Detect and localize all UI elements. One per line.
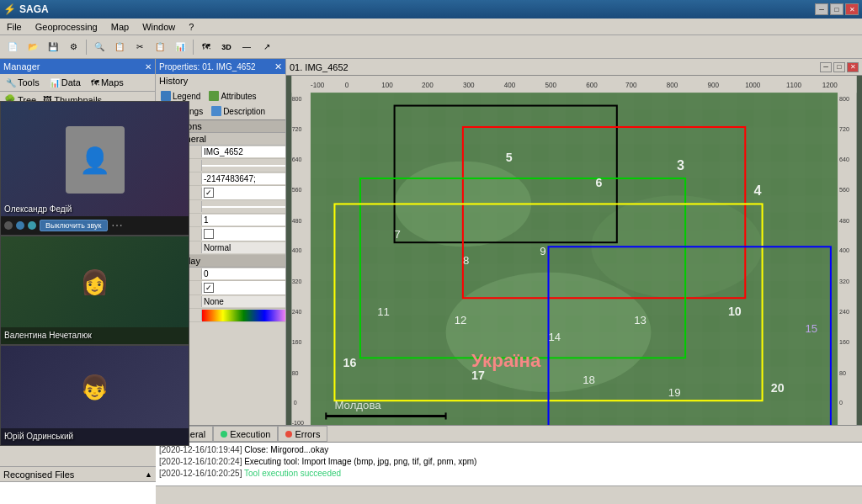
app-title: SAGA — [19, 3, 49, 15]
menu-map[interactable]: Map — [108, 22, 132, 32]
prop-val-show2[interactable] — [202, 227, 285, 241]
legend-icon — [161, 91, 171, 101]
execution-dot-icon — [221, 431, 227, 438]
svg-text:10: 10 — [728, 305, 742, 318]
svg-text:16: 16 — [343, 356, 357, 369]
close-button[interactable]: ✕ — [845, 3, 859, 15]
recognised-files-panel: Recognised Files ▲ — [0, 466, 156, 504]
svg-text:1200: 1200 — [822, 82, 838, 89]
svg-text:500: 500 — [545, 82, 556, 89]
manager-tab-maps-label: Maps — [101, 77, 124, 88]
prop-val-zfact[interactable]: 1 — [202, 215, 285, 225]
tab-description[interactable]: Description — [208, 104, 269, 118]
manager-tab-maps[interactable]: 🗺 Maps — [87, 76, 128, 89]
svg-text:400: 400 — [504, 82, 516, 89]
prop-val-interp: None — [202, 296, 285, 307]
svg-text:13: 13 — [634, 314, 646, 326]
tb-paste[interactable]: 📋 — [151, 38, 169, 56]
minimize-button[interactable]: ─ — [815, 3, 828, 15]
prop-val-descri[interactable] — [202, 165, 285, 167]
tb-map[interactable]: 🗺 — [197, 38, 216, 56]
checkbox-show1[interactable]: ✓ — [204, 188, 214, 198]
maximize-button[interactable]: □ — [830, 3, 843, 15]
video-panel-1: 👤 Олександр Федій Выключить звук ⋯ — [0, 101, 189, 236]
map-close-button[interactable]: ✕ — [847, 62, 859, 72]
svg-text:800: 800 — [292, 96, 302, 103]
properties-close-button[interactable]: ✕ — [274, 61, 282, 72]
menu-geoprocessing[interactable]: Geoprocessing — [32, 22, 101, 32]
description-icon — [211, 106, 221, 116]
tb-3d[interactable]: 3D — [217, 38, 236, 56]
status-text — [156, 486, 862, 504]
prop-val-transp[interactable]: 0 — [202, 268, 285, 279]
prop-val-show3[interactable]: ✓ — [202, 281, 285, 294]
log-text-3: Tool execution succeeded — [244, 469, 341, 478]
history-button[interactable]: History — [156, 74, 285, 88]
tb-cut[interactable]: ✂ — [130, 38, 149, 56]
svg-text:20: 20 — [771, 381, 785, 395]
manager-tab-data[interactable]: 📊 Data — [45, 76, 85, 89]
tb-save[interactable]: 💾 — [44, 38, 62, 56]
prop-val-unit[interactable] — [202, 206, 285, 208]
prop-val-name[interactable]: IMG_4652 — [202, 146, 285, 157]
menu-help[interactable]: ? — [185, 22, 197, 32]
more-options-1[interactable]: ⋯ — [111, 219, 123, 232]
svg-text:640: 640 — [292, 157, 302, 163]
map-title: 01. IMG_4652 — [290, 62, 349, 72]
tb-line[interactable]: — — [237, 38, 256, 56]
tb-arrow[interactable]: ↗ — [258, 38, 276, 56]
menu-window[interactable]: Window — [139, 22, 178, 32]
avatar-2: 👩 — [80, 268, 109, 296]
data-icon: 📊 — [50, 78, 60, 88]
svg-text:1100: 1100 — [786, 82, 802, 89]
svg-text:300: 300 — [463, 82, 475, 89]
manager-close-button[interactable]: ✕ — [145, 62, 152, 72]
prop-val-color[interactable] — [202, 310, 285, 321]
video-status-dot-1 — [4, 221, 13, 230]
log-tab-execution[interactable]: Execution — [213, 426, 278, 442]
tb-search[interactable]: 🔍 — [90, 38, 109, 56]
tb-chart[interactable]: 📊 — [171, 38, 189, 56]
svg-text:720: 720 — [839, 126, 849, 133]
manager-tab-tools[interactable]: 🔧 Tools — [2, 76, 44, 89]
checkbox-show3[interactable]: ✓ — [204, 283, 214, 293]
video-content-1: 👤 — [1, 102, 189, 218]
tb-open[interactable]: 📂 — [24, 38, 42, 56]
video-cam-dot-1 — [16, 221, 24, 230]
tb-new[interactable]: 📄 — [3, 38, 22, 56]
svg-text:400: 400 — [839, 247, 849, 254]
map-minimize-button[interactable]: ─ — [820, 62, 832, 72]
svg-text:18: 18 — [583, 374, 595, 386]
log-time-1: [2020-12-16/10:19:44] — [159, 445, 242, 454]
tab-attributes[interactable]: Attributes — [205, 89, 259, 103]
svg-text:200: 200 — [422, 82, 434, 89]
mute-button-1[interactable]: Выключить звук — [40, 220, 108, 231]
menu-file[interactable]: File — [3, 22, 25, 32]
recognised-files-arrow[interactable]: ▲ — [145, 470, 152, 479]
checkbox-show2[interactable] — [204, 229, 214, 239]
log-text-2: Executing tool: Import Image (bmp, jpg, … — [244, 457, 476, 466]
tb-copy[interactable]: 📋 — [110, 38, 129, 56]
svg-text:560: 560 — [839, 187, 849, 194]
status-bar — [156, 485, 862, 504]
svg-text:0: 0 — [839, 400, 843, 406]
tab-legend-label: Legend — [173, 92, 200, 101]
map-window-buttons: ─ □ ✕ — [820, 62, 859, 72]
manager-header: Manager ✕ — [0, 59, 155, 74]
svg-text:160: 160 — [292, 339, 302, 346]
svg-text:5: 5 — [506, 151, 513, 164]
prop-val-noda[interactable]: -2147483647; — [202, 173, 285, 184]
avatar-1: 👤 — [66, 126, 125, 194]
video-controls-1: Выключить звук ⋯ — [1, 216, 189, 235]
video-name-3: Юрій Одринський — [4, 432, 73, 441]
tb-settings[interactable]: ⚙ — [64, 38, 82, 56]
tab-attributes-label: Attributes — [221, 92, 256, 101]
map-maximize-button[interactable]: □ — [833, 62, 845, 72]
svg-text:4: 4 — [753, 183, 761, 198]
errors-dot-icon — [285, 431, 292, 438]
recognised-files-header: Recognised Files ▲ — [0, 467, 156, 482]
log-tab-errors[interactable]: Errors — [278, 426, 327, 442]
video-panel-3: 👦 Юрій Одринський — [0, 345, 189, 446]
prop-val-show1[interactable]: ✓ — [202, 186, 285, 199]
svg-text:14: 14 — [549, 331, 561, 343]
